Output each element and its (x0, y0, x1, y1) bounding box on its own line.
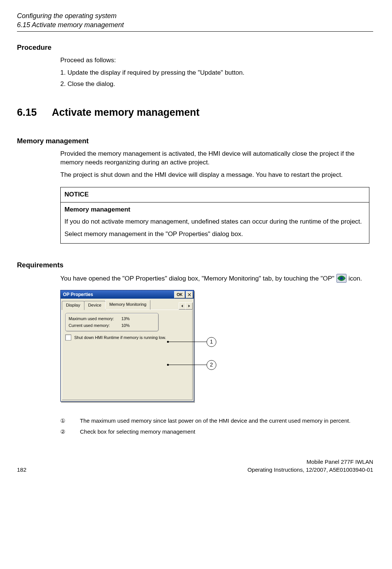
op-properties-dialog: OP Properties OK Display Device Memory M… (60, 290, 194, 402)
procedure-step-2: 2. Close the dialog. (60, 80, 369, 89)
callout-number-2: 2 (207, 360, 216, 370)
max-memory-row: Maximum used memory: 13% (69, 316, 155, 322)
procedure-intro: Proceed as follows: (60, 56, 369, 65)
section-number: 6.15 (17, 106, 37, 119)
max-memory-label: Maximum used memory: (69, 316, 121, 322)
callout-1: 1 (205, 337, 216, 347)
procedure-body: Proceed as follows: 1. Update the displa… (60, 56, 369, 89)
tab-bar: Display Device Memory Monitoring (61, 299, 194, 310)
memory-readout-group: Maximum used memory: 13% Current used me… (65, 313, 159, 331)
memory-mgmt-body: Provided the memory management is activa… (60, 150, 369, 244)
shutdown-row: Shut down HMI Runtime if memory is runni… (65, 334, 189, 340)
chevron-right-icon (188, 305, 190, 307)
max-memory-value: 13% (121, 316, 130, 322)
page-footer: 182 Mobile Panel 277F IWLAN Operating In… (17, 458, 373, 474)
footer-device-name: Mobile Panel 277F IWLAN (247, 458, 373, 466)
cur-memory-row: Current used memory: 10% (69, 322, 155, 329)
chevron-left-icon (181, 305, 184, 307)
tab-device[interactable]: Device (84, 301, 106, 310)
notice-box: NOTICE Memory management If you do not a… (60, 187, 369, 244)
callout-number-1: 1 (207, 337, 216, 347)
legend-num-1: ① (60, 417, 69, 425)
close-icon (188, 293, 191, 296)
procedure-step-1: 1. Update the display if required by pre… (60, 69, 369, 77)
cur-memory-label: Current used memory: (69, 322, 121, 329)
requirements-body: You have opened the "OP Properties" dial… (60, 274, 369, 436)
requirements-text-post: icon. (348, 275, 362, 282)
footer-right: Mobile Panel 277F IWLAN Operating Instru… (247, 458, 373, 474)
close-button[interactable] (186, 291, 193, 298)
shutdown-checkbox[interactable] (65, 334, 71, 340)
tab-memory-monitoring[interactable]: Memory Monitoring (105, 300, 150, 310)
memory-mgmt-p2: The project is shut down and the HMI dev… (60, 171, 369, 179)
shutdown-label: Shut down HMI Runtime if memory is runni… (74, 335, 166, 340)
legend-num-2: ② (60, 428, 69, 436)
header-rule (17, 31, 373, 32)
memory-mgmt-heading: Memory management (17, 136, 373, 146)
section-title: Activate memory management (52, 106, 200, 119)
figure-legend: ① The maximum used memory since last pow… (60, 417, 369, 436)
dialog-titlebar[interactable]: OP Properties OK (61, 290, 194, 299)
running-title: Configuring the operating system (17, 11, 373, 20)
callout-2: 2 (205, 360, 216, 370)
requirements-text-pre: You have opened the "OP Properties" dial… (60, 275, 336, 282)
procedure-heading: Procedure (17, 43, 373, 52)
tab-scroll-right-button[interactable] (185, 302, 193, 310)
dialog-title: OP Properties (63, 291, 93, 298)
figure-callouts: 1 2 (205, 322, 216, 370)
section-heading: 6.15 Activate memory management (17, 106, 373, 119)
figure-row: OP Properties OK Display Device Memory M… (60, 290, 369, 402)
footer-doc-id: Operating Instructions, 12/2007, A5E0100… (247, 466, 373, 474)
ok-button[interactable]: OK (174, 291, 185, 298)
notice-p1: If you do not activate memory management… (64, 218, 365, 226)
memory-mgmt-p1: Provided the memory management is activa… (60, 150, 369, 167)
tab-display[interactable]: Display (62, 301, 84, 310)
notice-body: Memory management If you do not activate… (61, 202, 369, 244)
procedure-steps: 1. Update the display if required by pre… (60, 69, 369, 89)
legend-row-1: ① The maximum used memory since last pow… (60, 417, 369, 425)
page: Configuring the operating system 6.15 Ac… (0, 0, 392, 569)
section-reference: 6.15 Activate memory management (17, 20, 373, 29)
notice-p2: Select memory management in the "OP Prop… (64, 230, 365, 239)
notice-label: NOTICE (61, 187, 369, 202)
legend-text-2: Check box for selecting memory managemen… (80, 428, 369, 436)
svg-point-1 (340, 277, 343, 280)
tab-scroll-left-button[interactable] (179, 302, 186, 310)
tab-scroll-buttons (179, 302, 193, 310)
requirements-heading: Requirements (17, 261, 373, 270)
tab-body: Maximum used memory: 13% Current used me… (62, 310, 193, 400)
cur-memory-value: 10% (121, 322, 130, 329)
requirements-text: You have opened the "OP Properties" dial… (60, 274, 369, 283)
legend-text-1: The maximum used memory since last power… (80, 417, 369, 425)
op-icon (336, 274, 347, 283)
notice-subheading: Memory management (64, 206, 365, 214)
page-number: 182 (17, 466, 26, 474)
legend-row-2: ② Check box for selecting memory managem… (60, 428, 369, 436)
